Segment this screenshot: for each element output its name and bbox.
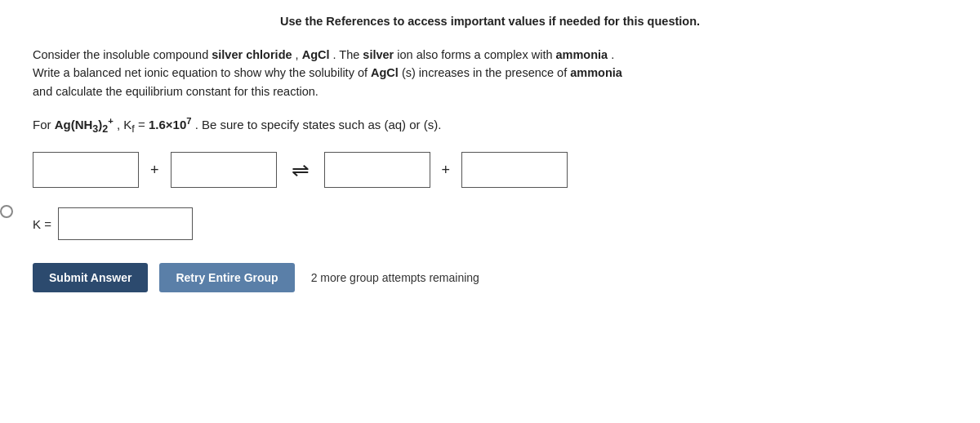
q-text-part3: . The xyxy=(330,48,363,61)
k-input[interactable] xyxy=(58,207,193,240)
q-bold6: ammonia xyxy=(570,66,622,79)
kf-mid: , Kf = xyxy=(114,118,149,131)
k-row: K = xyxy=(33,207,956,240)
q-text-part6: (s) increases in the presence of xyxy=(399,66,570,79)
kf-value: 1.6×107 xyxy=(149,118,192,131)
retry-entire-group-button[interactable]: Retry Entire Group xyxy=(159,263,294,292)
q-line2: Write a balanced net ionic equation to s… xyxy=(33,66,371,79)
plus-sign-2: + xyxy=(439,162,454,179)
equation-input-3[interactable] xyxy=(324,152,430,188)
header-instruction: Use the References to access important v… xyxy=(24,15,956,28)
q-text-part5: . xyxy=(608,48,614,61)
q-bold2: AgCl xyxy=(302,48,330,61)
equation-input-2[interactable] xyxy=(171,152,277,188)
q-line3: and calculate the equilibrium constant f… xyxy=(33,85,318,98)
kf-formula: Ag(NH3)2+ xyxy=(55,118,114,131)
q-text-part1: Consider the insoluble compound xyxy=(33,48,212,61)
attempts-remaining-text: 2 more group attempts remaining xyxy=(311,271,479,284)
equation-row: + + xyxy=(33,152,956,188)
plus-sign-1: + xyxy=(147,162,163,179)
submit-answer-button[interactable]: Submit Answer xyxy=(33,263,148,292)
q-bold4: ammonia xyxy=(556,48,608,61)
q-bold5: AgCl xyxy=(371,66,399,79)
equation-input-4[interactable] xyxy=(461,152,568,188)
equilibrium-arrow xyxy=(285,152,316,188)
kf-end: . Be sure to specify states such as (aq)… xyxy=(191,118,441,131)
question-text: Consider the insoluble compound silver c… xyxy=(33,46,956,100)
q-text-part2: , xyxy=(292,48,302,61)
buttons-row: Submit Answer Retry Entire Group 2 more … xyxy=(33,263,956,292)
equation-input-1[interactable] xyxy=(33,152,139,188)
kf-intro: For xyxy=(33,118,55,131)
k-label: K = xyxy=(33,217,51,231)
q-bold1: silver chloride xyxy=(212,48,292,61)
q-bold3: silver xyxy=(363,48,394,61)
sidebar-marker xyxy=(0,205,13,218)
kf-line: For Ag(NH3)2+ , Kf = 1.6×107 . Be sure t… xyxy=(33,114,956,137)
q-text-part4: ion also forms a complex with xyxy=(394,48,555,61)
